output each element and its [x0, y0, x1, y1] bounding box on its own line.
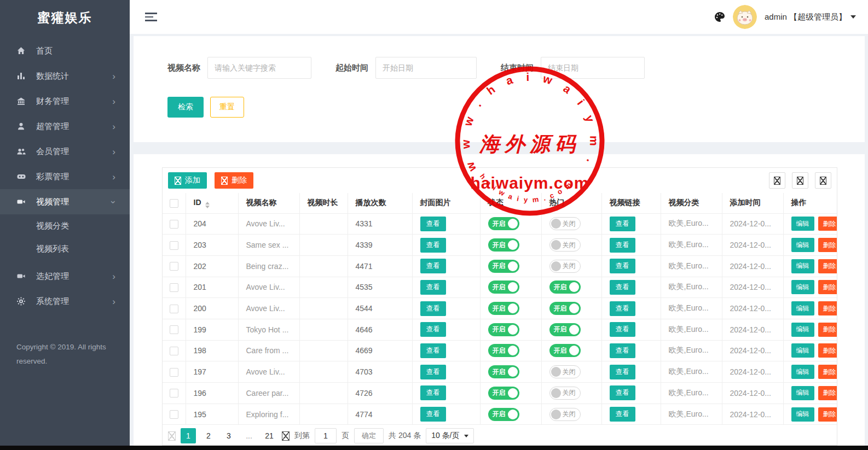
delete-button[interactable]: 删除: [818, 280, 837, 294]
row-checkbox[interactable]: [170, 262, 178, 271]
prev-page-button[interactable]: [168, 431, 176, 441]
page-button-21[interactable]: 21: [262, 428, 277, 443]
toggle-off[interactable]: 关闭: [549, 238, 581, 252]
video-name-input[interactable]: [207, 57, 311, 79]
cover-view-button[interactable]: 查看: [420, 407, 446, 422]
row-checkbox[interactable]: [170, 325, 178, 334]
cover-view-button[interactable]: 查看: [420, 385, 446, 400]
theme-palette-icon[interactable]: [714, 11, 725, 22]
sidebar-item-video[interactable]: 视频管理 ›: [0, 189, 130, 214]
edit-button[interactable]: 编辑: [791, 280, 814, 294]
delete-button[interactable]: 删除: [818, 365, 837, 379]
select-all-checkbox[interactable]: [170, 199, 178, 208]
sidebar-item-finance[interactable]: 财务管理 ›: [0, 89, 130, 114]
row-checkbox[interactable]: [170, 389, 178, 398]
link-view-button[interactable]: 查看: [610, 217, 635, 231]
row-checkbox[interactable]: [170, 283, 178, 292]
link-view-button[interactable]: 查看: [610, 407, 635, 422]
delete-button[interactable]: 删除: [818, 217, 837, 231]
toggle-off[interactable]: 关闭: [549, 365, 581, 378]
toggle-on[interactable]: 开启: [488, 302, 519, 315]
row-checkbox[interactable]: [170, 368, 178, 377]
add-button[interactable]: 添加: [168, 172, 207, 189]
cover-view-button[interactable]: 查看: [420, 280, 446, 295]
toggle-on[interactable]: 开启: [488, 387, 519, 400]
next-page-button[interactable]: [282, 431, 290, 441]
sidebar-subitem-video-list[interactable]: 视频列表: [0, 237, 130, 260]
table-tool-icon-1[interactable]: [769, 172, 785, 189]
table-tool-icon-3[interactable]: [815, 172, 831, 189]
sidebar-item-lottery[interactable]: 彩票管理 ›: [0, 164, 130, 189]
edit-button[interactable]: 编辑: [791, 217, 814, 231]
sidebar-item-xuanfei[interactable]: 选妃管理 ›: [0, 264, 130, 289]
edit-button[interactable]: 编辑: [791, 407, 814, 422]
table-tool-icon-2[interactable]: [792, 172, 808, 189]
edit-button[interactable]: 编辑: [791, 323, 814, 337]
toggle-off[interactable]: 关闭: [549, 217, 581, 230]
sidebar-item-members[interactable]: 会员管理 ›: [0, 139, 130, 164]
cover-view-button[interactable]: 查看: [420, 217, 446, 231]
sidebar-subitem-video-category[interactable]: 视频分类: [0, 214, 130, 237]
toggle-off[interactable]: 关闭: [549, 260, 581, 273]
user-menu[interactable]: admin 【超级管理员】: [765, 12, 856, 22]
page-size-select[interactable]: 10 条/页: [426, 428, 473, 443]
row-checkbox[interactable]: [170, 241, 178, 250]
toggle-on[interactable]: 开启: [549, 344, 581, 357]
link-view-button[interactable]: 查看: [610, 259, 635, 273]
cover-view-button[interactable]: 查看: [420, 365, 446, 379]
batch-delete-button[interactable]: 删除: [215, 172, 253, 189]
search-button[interactable]: 检索: [167, 97, 204, 118]
link-view-button[interactable]: 查看: [610, 238, 635, 253]
page-button-3[interactable]: 3: [221, 428, 236, 443]
cover-view-button[interactable]: 查看: [420, 259, 446, 273]
delete-button[interactable]: 删除: [818, 386, 837, 400]
link-view-button[interactable]: 查看: [610, 365, 635, 379]
toggle-on[interactable]: 开启: [488, 217, 519, 230]
toggle-on[interactable]: 开启: [549, 302, 581, 315]
edit-button[interactable]: 编辑: [791, 386, 814, 400]
page-button-2[interactable]: 2: [201, 428, 216, 443]
goto-confirm-button[interactable]: 确定: [354, 428, 384, 443]
user-avatar[interactable]: [733, 5, 757, 29]
cover-view-button[interactable]: 查看: [420, 238, 446, 253]
edit-button[interactable]: 编辑: [791, 238, 814, 252]
cover-view-button[interactable]: 查看: [420, 343, 446, 358]
goto-page-input[interactable]: [315, 428, 337, 443]
sort-icon[interactable]: [205, 202, 210, 209]
row-checkbox[interactable]: [170, 305, 178, 313]
hamburger-menu-icon[interactable]: [145, 10, 157, 24]
toggle-off[interactable]: 关闭: [549, 387, 581, 400]
edit-button[interactable]: 编辑: [791, 343, 814, 358]
edit-button[interactable]: 编辑: [791, 301, 814, 315]
link-view-button[interactable]: 查看: [610, 385, 635, 400]
toggle-on[interactable]: 开启: [488, 280, 519, 294]
end-date-input[interactable]: [541, 57, 645, 79]
link-view-button[interactable]: 查看: [610, 280, 635, 295]
cover-view-button[interactable]: 查看: [420, 322, 446, 337]
sidebar-item-admin[interactable]: 超管管理 ›: [0, 114, 130, 139]
start-date-input[interactable]: [375, 57, 477, 79]
edit-button[interactable]: 编辑: [791, 259, 814, 273]
link-view-button[interactable]: 查看: [610, 301, 635, 316]
row-checkbox[interactable]: [170, 347, 178, 355]
row-checkbox[interactable]: [170, 410, 178, 419]
link-view-button[interactable]: 查看: [610, 343, 635, 358]
reset-button[interactable]: 重置: [210, 97, 244, 118]
edit-button[interactable]: 编辑: [791, 365, 814, 379]
toggle-on[interactable]: 开启: [549, 323, 581, 336]
toggle-on[interactable]: 开启: [549, 280, 581, 294]
toggle-on[interactable]: 开启: [488, 365, 519, 378]
toggle-on[interactable]: 开启: [488, 238, 519, 252]
page-button-1[interactable]: 1: [181, 428, 196, 443]
sidebar-item-system[interactable]: 系统管理 ›: [0, 289, 130, 314]
sidebar-item-home[interactable]: 首页: [0, 38, 130, 63]
cover-view-button[interactable]: 查看: [420, 301, 446, 316]
toggle-on[interactable]: 开启: [488, 408, 519, 421]
row-checkbox[interactable]: [170, 220, 178, 229]
delete-button[interactable]: 删除: [818, 259, 837, 273]
toggle-on[interactable]: 开启: [488, 323, 519, 336]
delete-button[interactable]: 删除: [818, 407, 837, 422]
link-view-button[interactable]: 查看: [610, 322, 635, 337]
toggle-on[interactable]: 开启: [488, 260, 519, 273]
sidebar-item-stats[interactable]: 数据统计 ›: [0, 63, 130, 89]
